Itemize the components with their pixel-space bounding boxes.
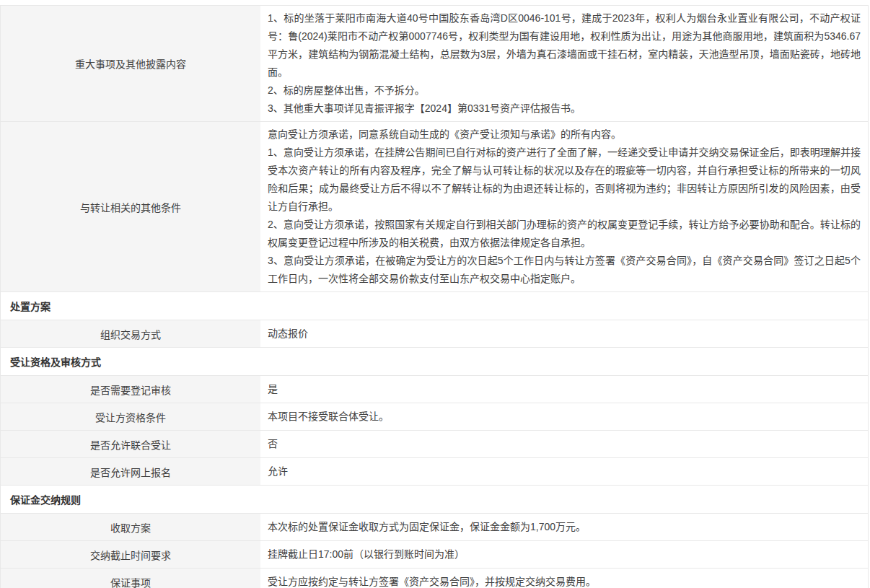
section-header-transferee-qualification: 受让资格及审核方式 [1, 348, 868, 376]
table-row-registration-review: 是否需要登记审核 是 [1, 376, 868, 403]
paragraph: 否 [268, 435, 861, 453]
row-value: 否 [260, 431, 868, 457]
row-label: 重大事项及其他披露内容 [1, 6, 260, 121]
row-value: 是 [260, 376, 868, 403]
table-row-online-registration: 是否允许网上报名 允许 [1, 458, 868, 486]
paragraph: 本项目不接受联合体受让。 [268, 408, 861, 426]
table-row-deposit-collection: 收取方案 本次标的处置保证金收取方式为固定保证金，保证金金额为1,700万元。 [1, 514, 868, 541]
row-value: 1、标的坐落于莱阳市南海大道40号中国胶东香岛湾D区0046-101号，建成于2… [260, 6, 868, 121]
section-title: 受让资格及审核方式 [10, 354, 101, 369]
table-row-guarantee-matters: 保证事项 受让方应按约定与转让方签署《资产交易合同》，并按规定交纳交易费用。 [1, 569, 868, 588]
paragraph: 本次标的处置保证金收取方式为固定保证金，保证金金额为1,700万元。 [268, 518, 861, 536]
row-label: 组织交易方式 [1, 320, 260, 347]
paragraph: 2、标的房屋整体出售，不予拆分。 [268, 82, 861, 100]
row-value: 本项目不接受联合体受让。 [260, 403, 868, 430]
row-label: 是否允许联合受让 [1, 431, 260, 457]
table-row-transfer-conditions: 与转让相关的其他条件 意向受让方须承诺，同意系统自动生成的《资产受让须知与承诺》… [1, 122, 868, 292]
row-value: 允许 [260, 458, 868, 485]
section-title: 保证金交纳规则 [10, 492, 81, 506]
row-value: 挂牌截止日17:00前（以银行到账时间为准） [260, 541, 868, 568]
table-row-joint-transfer: 是否允许联合受让 否 [1, 431, 868, 458]
paragraph: 动态报价 [268, 325, 861, 343]
row-label: 收取方案 [1, 514, 260, 540]
paragraph: 1、意向受让方须承诺，在挂牌公告期间已自行对标的资产进行了全面了解，一经递交受让… [268, 144, 861, 216]
paragraph: 2、意向受让方须承诺，按照国家有关规定自行到相关部门办理标的资产的权属变更登记手… [268, 216, 861, 252]
row-label: 是否需要登记审核 [1, 376, 260, 403]
row-value: 本次标的处置保证金收取方式为固定保证金，保证金金额为1,700万元。 [260, 514, 868, 540]
row-label: 受让方资格条件 [1, 403, 260, 430]
paragraph: 1、标的坐落于莱阳市南海大道40号中国胶东香岛湾D区0046-101号，建成于2… [268, 9, 861, 82]
paragraph: 3、意向受让方须承诺，在被确定为受让方的次日起5个工作日内与转让方签署《资产交易… [268, 252, 861, 288]
paragraph: 挂牌截止日17:00前（以银行到账时间为准） [268, 545, 861, 563]
row-label: 与转让相关的其他条件 [1, 122, 260, 291]
table-row-payment-deadline: 交纳截止时间要求 挂牌截止日17:00前（以银行到账时间为准） [1, 541, 868, 569]
row-label: 保证事项 [1, 569, 260, 588]
row-value: 意向受让方须承诺，同意系统自动生成的《资产受让须知与承诺》的所有内容。 1、意向… [260, 122, 868, 291]
paragraph: 是 [268, 380, 861, 398]
listing-detail-page: 重大事项及其他披露内容 1、标的坐落于莱阳市南海大道40号中国胶东香岛湾D区00… [0, 0, 870, 588]
section-header-deposit-rules: 保证金交纳规则 [1, 486, 868, 514]
row-label: 交纳截止时间要求 [1, 541, 260, 568]
row-label: 是否允许网上报名 [1, 458, 260, 485]
paragraph: 允许 [268, 462, 861, 481]
section-title: 处置方案 [10, 299, 50, 313]
paragraph: 受让方应按约定与转让方签署《资产交易合同》，并按规定交纳交易费用。 [268, 573, 861, 588]
row-value: 受让方应按约定与转让方签署《资产交易合同》，并按规定交纳交易费用。 [260, 569, 868, 588]
paragraph: 3、其他重大事项详见青振评报字【2024】第0331号资产评估报告书。 [268, 100, 861, 118]
table-row-transferee-conditions: 受让方资格条件 本项目不接受联合体受让。 [1, 403, 868, 431]
table-row-major-matters: 重大事项及其他披露内容 1、标的坐落于莱阳市南海大道40号中国胶东香岛湾D区00… [1, 6, 868, 122]
paragraph: 意向受让方须承诺，同意系统自动生成的《资产受让须知与承诺》的所有内容。 [268, 126, 861, 144]
row-value: 动态报价 [260, 320, 868, 347]
section-header-disposal-plan: 处置方案 [1, 292, 868, 320]
disclosure-table: 重大事项及其他披露内容 1、标的坐落于莱阳市南海大道40号中国胶东香岛湾D区00… [0, 5, 869, 588]
table-row-trade-method: 组织交易方式 动态报价 [1, 320, 868, 348]
